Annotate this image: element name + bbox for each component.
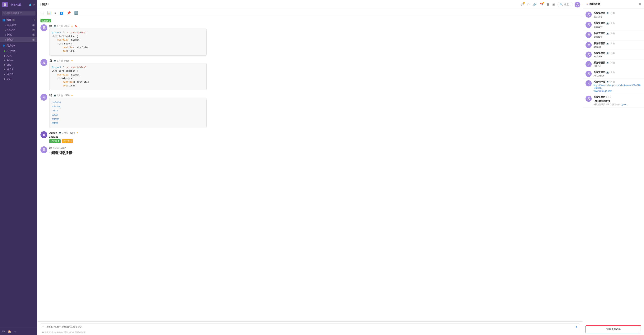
star-button[interactable]: ★ xyxy=(76,131,78,134)
bookmark-avatar: 元 xyxy=(586,42,592,48)
at-badge xyxy=(523,2,525,4)
link-icon[interactable]: 🔗 xyxy=(532,2,537,7)
sidebar-user-3[interactable]: BBB xyxy=(0,62,38,67)
channel-badge: 7 xyxy=(32,24,35,26)
layout-icon[interactable]: ▣ xyxy=(552,2,556,7)
sidebar-user-0[interactable]: 我 (在线) xyxy=(0,49,38,54)
message-author: 我 xyxy=(49,59,52,62)
message-id: #395 xyxy=(70,131,75,134)
bookmark-item-1[interactable]: 元 系统管理员 💻 1月前 盛大发售 xyxy=(583,20,644,30)
sidebar-item-channel-3[interactable]: # 测试2 3 xyxy=(0,37,38,42)
sidebar-user-6[interactable]: user xyxy=(0,77,38,81)
bookmark-button[interactable]: 🔖 xyxy=(74,25,78,27)
home-icon[interactable]: 🏠 xyxy=(8,330,11,333)
bookmark-text: asdasd xyxy=(594,46,641,48)
message-meta: 💻 1月前 xyxy=(53,24,63,28)
sidebar-search-input[interactable] xyxy=(2,11,36,15)
chart-icon[interactable]: 📊 xyxy=(46,10,52,15)
sidebar-item-channel-2[interactable]: # 测试 3 xyxy=(0,32,38,37)
calendar-icon[interactable]: 📅 xyxy=(539,2,544,7)
bookmark-link-2: www.cnblogs.com xyxy=(594,90,641,92)
add-channel-icon[interactable]: + xyxy=(33,18,35,22)
list-icon[interactable]: ☰ xyxy=(546,2,550,7)
channel-name: 测试2 xyxy=(7,38,13,41)
bookmark-item-0[interactable]: 元 系统管理员 💻 1月前 盛大发售 xyxy=(583,10,644,20)
bookmark-author: 系统管理员 💻 1月前 xyxy=(594,22,641,25)
bookmark-item-5[interactable]: 元 系统管理员 💻 1月前 SDFAS xyxy=(583,60,644,69)
offline-indicator xyxy=(4,64,5,65)
star-button[interactable]: ★ xyxy=(71,94,73,97)
bookmark-item-2[interactable]: 元 系统管理员 💻 1月前 盛大发售 xyxy=(583,30,644,40)
sidebar-bottom: W 🏠 ≡ xyxy=(0,328,38,335)
network-icon[interactable]: ⚙ xyxy=(33,3,35,6)
user-name: AAA xyxy=(6,54,12,57)
channel-name: 测试 xyxy=(7,33,12,36)
bookmark-content: 系统管理员 💻 1月前 asdasd xyxy=(594,42,641,48)
user-section-icon: 👤 xyxy=(2,44,5,47)
input-add-icon[interactable]: + xyxy=(42,325,44,329)
load-more-button[interactable]: 加载更多(16) xyxy=(586,326,641,333)
bookmark-author: 系统管理员 💻 1月前 xyxy=(594,42,641,45)
hamburger-icon[interactable]: ☰ xyxy=(40,10,45,15)
message-bold-text: ~频道消息播报~ xyxy=(49,151,580,155)
sidebar-item-channel-1[interactable]: # AAAAA 5 xyxy=(0,28,38,32)
sidebar-user-4[interactable]: 用户A xyxy=(0,67,38,72)
bookmark-avatar: 元 xyxy=(586,71,592,77)
message-group-5: 元 我 6天前 #402 ~频道消息播报~ xyxy=(40,146,580,155)
user-avatar[interactable]: 元 xyxy=(574,2,580,7)
users-section-header[interactable]: 👤 用户 1/7 xyxy=(0,43,38,49)
hash-icon: # xyxy=(4,28,6,31)
water-drop-icon[interactable]: 💧 xyxy=(28,3,32,6)
list-toolbar-icon[interactable]: ≡ xyxy=(53,10,58,15)
bookmark-content: 系统管理员 💻 1月前 盛大发售 xyxy=(594,32,641,39)
bookmark-item-6[interactable]: 元 系统管理员 💻 1月前 ASDASDF xyxy=(583,69,644,79)
message-input[interactable] xyxy=(46,326,574,328)
bookmark-content: 系统管理员 💻 1月前 SDFAS xyxy=(594,61,641,67)
info-icon[interactable]: ℹ️ xyxy=(73,10,80,15)
message-header: 我 💻 1月前 #386 ★ xyxy=(49,94,580,97)
search-placeholder: 搜索... xyxy=(564,3,571,6)
app-logo: 🐰 xyxy=(2,2,8,7)
bookmark-item-7[interactable]: 元 系统管理员 💻 6月前 https://www.cnblogs.com/si… xyxy=(583,79,644,94)
bookmark-avatar: 元 xyxy=(586,96,592,102)
message-content: 我 6天前 #402 ~频道消息播报~ xyxy=(49,146,580,155)
star-icon[interactable]: ☆ xyxy=(526,2,530,7)
bookmark-author: 系统管理员 💻 1月前 xyxy=(594,11,641,15)
at-icon[interactable]: @ xyxy=(520,2,525,7)
menu-icon[interactable]: ≡ xyxy=(14,330,16,333)
sidebar-user-5[interactable]: 用户B xyxy=(0,72,38,77)
star-button[interactable]: ★ xyxy=(71,25,73,27)
sidebar-user-2[interactable]: Admin xyxy=(0,58,38,62)
star-button[interactable]: ★ xyxy=(71,59,73,62)
offline-indicator xyxy=(4,74,5,75)
bookmark-item-3[interactable]: 元 系统管理员 💻 1月前 asdasd xyxy=(583,40,644,50)
message-group-1: 元 我 💻 1月前 #384 ★ 🔖 @import '../../variab… xyxy=(40,24,580,55)
search-icon: 🔍 xyxy=(560,3,563,6)
platform-icon: 💻 xyxy=(53,59,56,62)
wiki-icon[interactable]: W xyxy=(2,330,5,333)
bookmark-avatar: 元 xyxy=(586,32,592,38)
channels-section-header[interactable]: 👥 频道 4 + xyxy=(0,17,38,23)
message-avatar: 元 xyxy=(40,59,47,66)
user-name: 用户A xyxy=(6,68,13,71)
pin-icon[interactable]: 📌 xyxy=(66,10,72,15)
bookmark-item-8[interactable]: 元 系统管理员 6月前 ~频道消息播报~ e系统管理员 添加了频道外链: git… xyxy=(583,94,644,108)
sidebar-user-1[interactable]: AAA xyxy=(0,54,38,58)
bookmark-time: 💻 1月前 xyxy=(606,22,615,25)
channel-name: AAAAA xyxy=(7,28,15,31)
verified-count: 1 xyxy=(49,20,50,22)
message-id: #385 xyxy=(64,59,70,62)
send-icon[interactable]: ➤ xyxy=(575,325,578,329)
message-meta: 6天前 xyxy=(53,146,59,150)
bookmark-text: SDFAS xyxy=(594,65,641,67)
topbar-search[interactable]: 🔍 搜索... xyxy=(558,2,573,7)
channel-badge: 3 xyxy=(32,38,35,41)
sidebar-item-channel-0[interactable]: # 全员频道 7 xyxy=(0,23,38,28)
bookmark-item-4[interactable]: 元 系统管理员 💻 1月前 asdaSD xyxy=(583,50,644,60)
members-icon[interactable]: 👥 xyxy=(58,10,65,15)
bookmark-time: 💻 1月前 xyxy=(606,32,615,35)
code-block: @import '../../variables'; .tms-left-sid… xyxy=(49,63,206,90)
channel-title: # 测试2 xyxy=(40,3,519,6)
close-bookmarks-button[interactable]: ✕ xyxy=(638,2,641,6)
calendar-badge xyxy=(543,2,544,3)
